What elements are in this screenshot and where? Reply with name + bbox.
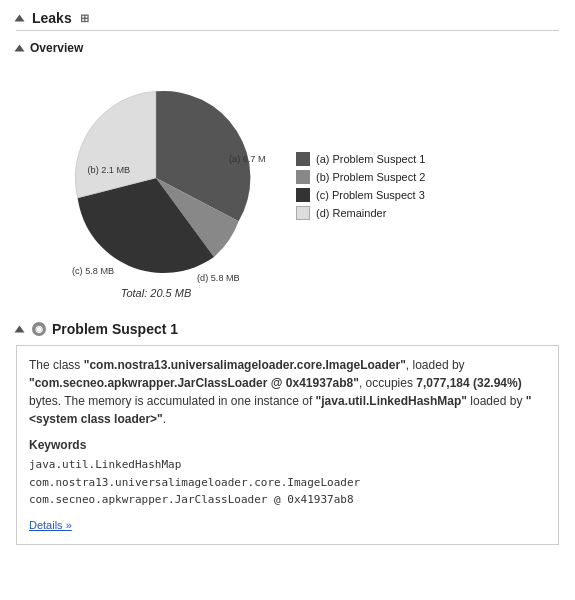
legend-item-b: (b) Problem Suspect 2 [296, 170, 425, 184]
pie-label-a: (a) 6.7 MB [229, 154, 266, 164]
memory-value: 7,077,184 (32.94%) [416, 376, 521, 390]
problem-description: The class "com.nostra13.universalimagelo… [29, 356, 546, 428]
chart-legend: (a) Problem Suspect 1 (b) Problem Suspec… [296, 152, 425, 220]
problem-info-box: The class "com.nostra13.universalimagelo… [16, 345, 559, 545]
problem-icon: ◉ [32, 322, 46, 336]
page-title: Leaks [32, 10, 72, 26]
pie-total: Total: 20.5 MB [36, 287, 276, 299]
legend-box-a [296, 152, 310, 166]
pie-label-b: (b) 2.1 MB [88, 165, 131, 175]
legend-box-d [296, 206, 310, 220]
table-icon: ⊞ [80, 12, 89, 25]
legend-label-d: (d) Remainder [316, 207, 386, 219]
keyword-3: com.secneo.apkwrapper.JarClassLoader @ 0… [29, 491, 546, 509]
map-class: "java.util.LinkedHashMap" [316, 394, 467, 408]
problem-suspect-header: ◉ Problem Suspect 1 [16, 321, 559, 337]
keyword-1: java.util.LinkedHashMap [29, 456, 546, 474]
legend-item-d: (d) Remainder [296, 206, 425, 220]
problem-suspect-title: Problem Suspect 1 [52, 321, 178, 337]
details-link[interactable]: Details » [29, 517, 72, 534]
pie-chart-container: (a) 6.7 MB (b) 2.1 MB (c) 5.8 MB (d) 5.8… [36, 73, 276, 299]
collapse-icon[interactable] [15, 15, 25, 22]
overview-collapse-icon[interactable] [15, 45, 25, 52]
pie-label-c: (c) 5.8 MB [72, 266, 114, 276]
page-header: Leaks ⊞ [16, 10, 559, 31]
overview-header: Overview [16, 41, 559, 55]
problem-collapse-icon[interactable] [15, 326, 25, 333]
legend-item-a: (a) Problem Suspect 1 [296, 152, 425, 166]
keywords-title: Keywords [29, 436, 546, 454]
class-name: "com.nostra13.universalimageloader.core.… [84, 358, 406, 372]
pie-chart: (a) 6.7 MB (b) 2.1 MB (c) 5.8 MB (d) 5.8… [46, 73, 266, 283]
legend-box-c [296, 188, 310, 202]
problem-suspect-section: ◉ Problem Suspect 1 The class "com.nostr… [16, 321, 559, 545]
overview-label: Overview [30, 41, 83, 55]
keywords-list: java.util.LinkedHashMap com.nostra13.uni… [29, 456, 546, 509]
legend-item-c: (c) Problem Suspect 3 [296, 188, 425, 202]
legend-label-b: (b) Problem Suspect 2 [316, 171, 425, 183]
legend-label-c: (c) Problem Suspect 3 [316, 189, 425, 201]
chart-area: (a) 6.7 MB (b) 2.1 MB (c) 5.8 MB (d) 5.8… [16, 63, 559, 303]
pie-label-d: (d) 5.8 MB [197, 273, 240, 283]
legend-label-a: (a) Problem Suspect 1 [316, 153, 425, 165]
legend-box-b [296, 170, 310, 184]
loader-name: "com.secneo.apkwrapper.JarClassLoader @ … [29, 376, 359, 390]
keyword-2: com.nostra13.universalimageloader.core.I… [29, 474, 546, 492]
overview-section: Overview (a) 6.7 MB (b) 2.1 MB (c) 5.8 M… [16, 41, 559, 303]
keywords-section: Keywords java.util.LinkedHashMap com.nos… [29, 436, 546, 509]
